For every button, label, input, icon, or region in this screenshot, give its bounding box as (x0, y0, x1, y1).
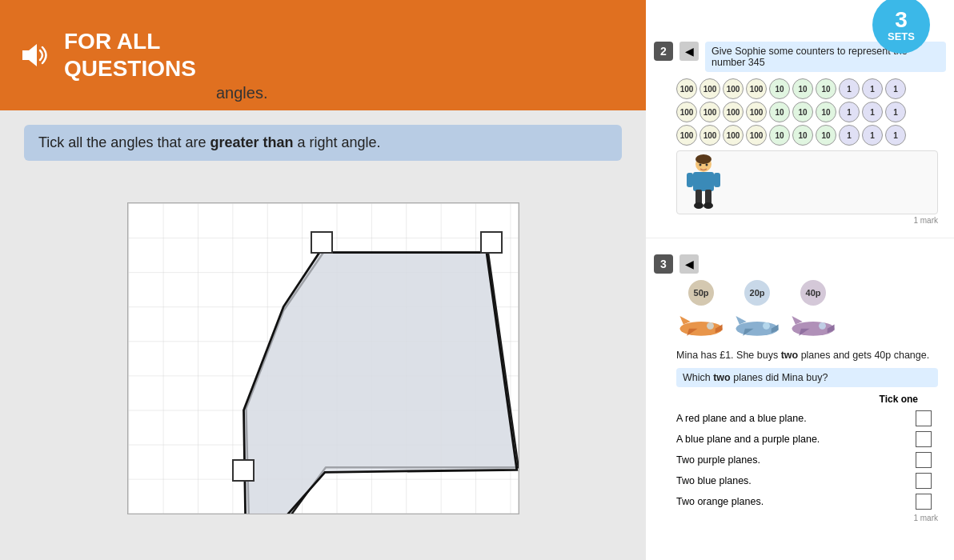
svg-point-19 (707, 322, 714, 330)
plane-1-price: 50p (688, 280, 714, 306)
plane-2-price: 20p (744, 280, 770, 306)
svg-point-14 (694, 202, 703, 209)
svg-point-8 (695, 154, 711, 164)
counter-10-9: 10 (816, 125, 836, 146)
svg-rect-11 (714, 173, 720, 187)
answer-row-2: A blue plane and a purple plane. (654, 429, 946, 450)
question-2-section: 2 ◀ Give Sophie some counters to represe… (646, 32, 954, 231)
sophie-image-area (676, 150, 938, 214)
counter-1-4: 1 (839, 102, 860, 122)
counters-row-2: 100 100 100 100 10 10 10 1 1 1 (676, 102, 946, 122)
q2-number: 2 (654, 42, 673, 61)
q2-mark: 1 mark (654, 216, 946, 225)
counter-100-9: 100 (676, 125, 697, 146)
counter-1-2: 1 (862, 78, 883, 99)
plane-item-red: 50p (676, 280, 726, 342)
header-bar: FOR ALL QUESTIONS angles. (0, 0, 646, 110)
q3-number: 3 (654, 254, 673, 274)
angle-checkbox-top-left[interactable] (311, 231, 333, 254)
answer-checkbox-1[interactable] (916, 410, 932, 426)
svg-point-23 (819, 322, 826, 330)
answer-text-4: Two blue planes. (676, 475, 752, 486)
counter-10-4: 10 (769, 102, 790, 122)
q2-q3-divider (646, 238, 954, 238)
left-panel: FOR ALL QUESTIONS angles. Tick all the a… (0, 0, 646, 560)
answer-row-1: A red plane and a blue plane. (654, 408, 946, 429)
q3-mark: 1 mark (654, 514, 946, 522)
answer-checkbox-2[interactable] (916, 431, 932, 447)
counter-1-6: 1 (885, 102, 906, 122)
speaker-button[interactable] (0, 0, 64, 110)
angle-checkbox-left[interactable] (232, 459, 255, 482)
answer-text-5: Two orange planes. (676, 496, 764, 507)
sets-number: 3 (895, 9, 908, 31)
question-3-section: 3 ◀ 50p 20p (646, 245, 954, 529)
svg-point-17 (706, 164, 708, 166)
sets-label: SETS (888, 31, 915, 42)
plane-2-svg (732, 308, 782, 342)
counters-grid: 100 100 100 100 10 10 10 1 1 1 100 100 1… (676, 78, 946, 146)
counters-row-3: 100 100 100 100 10 10 10 1 1 1 (676, 125, 946, 146)
counter-100-7: 100 (723, 102, 744, 122)
counter-1-7: 1 (839, 125, 860, 146)
counter-100-8: 100 (746, 102, 767, 122)
counter-1-1: 1 (839, 78, 860, 99)
q2-nav-button[interactable]: ◀ (679, 42, 699, 61)
sophie-figure (683, 154, 724, 210)
counter-10-1: 10 (769, 78, 790, 99)
plane-3-price: 40p (800, 280, 826, 306)
counter-100-1: 100 (676, 78, 697, 99)
counter-10-5: 10 (792, 102, 813, 122)
counter-10-8: 10 (792, 125, 813, 146)
counter-100-5: 100 (676, 102, 697, 122)
answer-row-3: Two purple planes. (654, 450, 946, 470)
answer-checkbox-4[interactable] (916, 473, 932, 489)
counter-10-3: 10 (816, 78, 836, 99)
counter-100-10: 100 (699, 125, 720, 146)
q3-problem-text: Mina has £1. She buys two planes and get… (676, 348, 938, 363)
for-all-questions-text: FOR ALL QUESTIONS (64, 28, 646, 82)
planes-row: 50p 20p (676, 280, 946, 342)
plane-1-svg (676, 308, 726, 342)
svg-rect-10 (687, 173, 693, 187)
counter-1-8: 1 (862, 125, 883, 146)
svg-point-15 (703, 202, 713, 209)
counter-10-2: 10 (792, 78, 813, 99)
answer-checkbox-5[interactable] (916, 494, 932, 510)
answer-row-4: Two blue planes. (654, 470, 946, 491)
answer-text-3: Two purple planes. (676, 454, 760, 466)
angles-text: angles. (216, 84, 268, 102)
counters-row-1: 100 100 100 100 10 10 10 1 1 1 (676, 78, 946, 99)
q3-header: 3 ◀ (654, 254, 946, 274)
answer-row-5: Two orange planes. (654, 491, 946, 512)
counter-1-3: 1 (885, 78, 906, 99)
counter-100-2: 100 (699, 78, 720, 99)
question-instruction: Tick all the angles that are greater tha… (24, 125, 622, 161)
angle-checkbox-top-right[interactable] (480, 231, 503, 254)
answer-text-1: A red plane and a blue plane. (676, 413, 807, 424)
svg-marker-0 (22, 44, 37, 66)
right-panel: 3 SETS 2 ◀ Give Sophie some counters to … (646, 0, 954, 560)
answer-text-2: A blue plane and a purple plane. (676, 434, 820, 445)
counter-10-7: 10 (769, 125, 790, 146)
grid-container (127, 202, 519, 514)
counter-100-3: 100 (723, 78, 744, 99)
plane-item-blue: 20p (732, 280, 782, 342)
counter-100-12: 100 (746, 125, 767, 146)
counter-1-9: 1 (885, 125, 906, 146)
grid-area (0, 172, 646, 560)
counter-100-6: 100 (699, 102, 720, 122)
svg-point-21 (763, 322, 770, 330)
plane-item-purple: 40p (788, 280, 838, 342)
counter-100-4: 100 (746, 78, 767, 99)
svg-point-16 (699, 164, 702, 166)
speaker-icon (14, 38, 50, 73)
q3-which-text: Which two planes did Mina buy? (676, 368, 938, 387)
counter-10-6: 10 (816, 102, 836, 122)
svg-rect-9 (693, 172, 714, 191)
counter-100-11: 100 (723, 125, 744, 146)
plane-3-svg (788, 308, 838, 342)
q3-nav-button[interactable]: ◀ (679, 254, 699, 274)
answer-checkbox-3[interactable] (916, 452, 932, 468)
tick-one-label: Tick one (654, 394, 946, 405)
